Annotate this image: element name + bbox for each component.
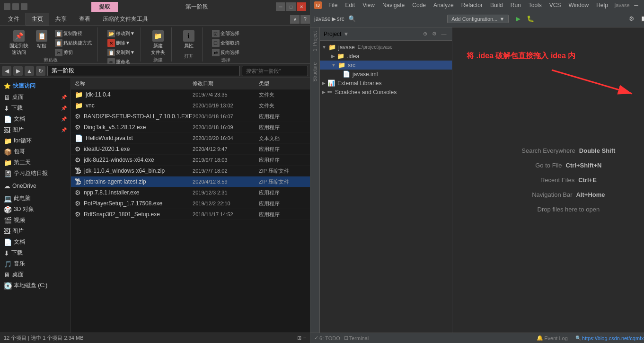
toolbar-btn1[interactable]: ⚙ [626,13,637,25]
file-row[interactable]: 📁 jdk-11.0.4 2019/7/4 23:35 文件夹 [71,89,310,100]
sidebar-item-baoge[interactable]: 📦 包哥 [0,146,71,157]
ribbon-collapse-button[interactable]: ∧ [290,15,300,24]
add-configuration-button[interactable]: Add Configuration... ▼ [447,15,509,23]
toolbar-btn2[interactable]: 🔲 [638,13,644,25]
maximize-button[interactable]: □ [286,2,296,11]
sidebar-item-day3[interactable]: 📁 第三天 [0,157,71,168]
file-row[interactable]: ⚙ PotPlayerSetup_1.7.17508.exe 2019/12/2… [71,198,310,209]
move-to-button[interactable]: 📂 移动到▼ [106,29,137,38]
sidebar-item-docs[interactable]: 📄 文档 📌 [0,114,71,124]
terminal-button[interactable]: ⊡ Terminal [344,335,369,341]
menu-view[interactable]: View [360,1,378,9]
search-input[interactable] [242,66,308,76]
txt-icon: 📄 [75,134,83,142]
menu-tools[interactable]: Tools [526,1,545,9]
sidebar-item-forloop[interactable]: 📁 for循环 [0,135,71,146]
menu-analyze[interactable]: Analyze [431,1,457,9]
sidebar-item-cdrive[interactable]: 💽 本地磁盘 (C:) [0,280,71,291]
menu-refactor[interactable]: Refactor [459,1,485,9]
menu-help[interactable]: Help [593,1,611,9]
file-row[interactable]: ⚙ idealU-2020.1.exe 2020/4/12 9:47 应用程序 [71,144,310,155]
event-log-button[interactable]: 🔔 Event Log [537,335,568,341]
delete-button[interactable]: ✕ 删除▼ [106,39,132,47]
ribbon-tab-home[interactable]: 主页 [26,13,49,26]
select-none-button[interactable]: ☐ 全部取消 [210,39,241,47]
panel-btn-collapse[interactable]: — [440,30,448,38]
file-row[interactable]: 🗜 jdk-11.0.4_windows-x64_bin.zip 2019/7/… [71,166,310,176]
cut-button[interactable]: ✂ 剪切 [53,48,94,57]
debug-button[interactable]: 🐛 [525,13,536,25]
pin-to-quickaccess-button[interactable]: 📌 固定到快速访问 [8,29,30,57]
paste-shortcut-button[interactable]: 📋 粘贴快捷方式 [53,39,94,47]
paste-button[interactable]: 📋 粘贴 [32,29,51,50]
tree-item-iml[interactable]: 📄 javase.iml [320,70,452,79]
ribbon-tab-compress[interactable]: 压缩的文件夹工具 [97,13,154,26]
copy-path-button[interactable]: 📋 复制路径 [53,29,94,38]
invert-selection-button[interactable]: ⇄ 反向选择 [210,48,241,57]
menu-window[interactable]: Window [565,1,591,9]
file-row[interactable]: ⚙ RdfSnap302_1801_Setup.exe 2018/11/17 1… [71,209,310,220]
copy-to-button[interactable]: 📋 复制到▼ [106,48,137,57]
tree-item-javase[interactable]: ▼ 📁 javase E:\project\javase [320,43,452,52]
idea-maximize[interactable]: □ [642,1,644,9]
menu-run[interactable]: Run [508,1,524,9]
file-row[interactable]: ⚙ BANDIZIP-SETUP-STD-ALL_7.10.0.1.EXE 20… [71,111,310,122]
sidebar-item-3dobjects[interactable]: 🎲 3D 对象 [0,204,71,215]
sidebar-item-desktop[interactable]: 🖥 桌面 📌 [0,92,71,103]
forward-button[interactable]: ▶ [13,66,23,76]
menu-code[interactable]: Code [409,1,429,9]
sidebar-item-onedrive[interactable]: ☁ OneDrive [0,181,71,191]
structure-panel-toggle[interactable]: Structure [312,61,318,84]
file-row[interactable]: ⚙ DingTalk_v5.1.28.12.exe 2020/10/18 16:… [71,122,310,133]
file-row[interactable]: 📁 vnc 2020/10/19 13:02 文件夹 [71,100,310,111]
project-panel-toggle[interactable]: 1: Project [312,29,318,53]
view-list-icon[interactable]: ≡ [303,335,306,341]
properties-button[interactable]: ℹ 属性 [179,29,198,50]
minimize-button[interactable]: ─ [276,2,285,11]
sidebar-item-thispc[interactable]: 💻 此电脑 [0,193,71,204]
up-button[interactable]: ▲ [25,66,34,76]
tree-item-scratches[interactable]: ▶ ✏ Scratches and Consoles [320,88,452,97]
menu-vcs[interactable]: VCS [547,1,564,9]
address-input[interactable] [47,66,240,76]
ribbon-tab-share[interactable]: 共享 [49,13,73,26]
idea-minimize[interactable]: ─ [632,1,641,9]
bottom-search-icon[interactable]: 🔍 [575,335,581,341]
ribbon-tab-file[interactable]: 文件 [2,13,26,26]
file-row[interactable]: ⚙ npp.7.8.1.Installer.exe 2019/12/3 2:31… [71,187,310,198]
tree-item-idea[interactable]: ▶ 📁 .idea [320,52,452,61]
sidebar-quick-access[interactable]: ⭐ 快速访问 [0,80,71,92]
sidebar-item-downloads[interactable]: ⬇ 下载 📌 [0,103,71,114]
panel-btn-settings[interactable]: ⚙ [430,30,439,38]
view-large-icon[interactable]: ⊞ [297,335,301,341]
run-button[interactable]: ▶ [512,13,524,25]
menu-build[interactable]: Build [487,1,506,9]
sidebar-item-desktop2[interactable]: 🖥 桌面 [0,269,71,280]
select-all-button[interactable]: ☑ 全部选择 [210,29,241,38]
file-row[interactable]: ⚙ jdk-8u221-windows-x64.exe 2019/9/7 18:… [71,155,310,166]
refresh-button[interactable]: ↻ [36,66,45,76]
sidebar-item-docs2[interactable]: 📄 文档 [0,237,71,247]
sidebar-item-studynotes[interactable]: 📓 学习总结日报 [0,168,71,179]
ribbon-tab-view[interactable]: 查看 [73,13,97,26]
menu-edit[interactable]: Edit [342,1,358,9]
toolbar-search-btn[interactable]: 🔍 [346,13,358,25]
sidebar-item-pictures[interactable]: 🖼 图片 📌 [0,124,71,135]
sidebar-item-videos[interactable]: 🎬 视频 [0,215,71,226]
back-button[interactable]: ◀ [2,66,11,76]
close-button[interactable]: ✕ [297,2,306,11]
new-folder-button[interactable]: 📁 新建文件夹 [149,29,168,57]
menu-file[interactable]: File [326,1,340,9]
panel-btn-sync[interactable]: ⊕ [421,30,429,38]
ribbon-help-button[interactable]: ? [300,15,310,24]
sidebar-item-music[interactable]: 🎵 音乐 [0,258,71,269]
file-type: ZIP 压缩文件 [259,167,306,175]
tree-item-external-libs[interactable]: ▶ 📊 External Libraries [320,79,452,88]
file-row-selected[interactable]: 🗜 jetbrains-agent-latest.zip 2020/4/12 8… [71,176,310,187]
tree-item-src[interactable]: ▼ 📁 src [320,61,452,70]
menu-navigate[interactable]: Navigate [379,1,407,9]
file-row[interactable]: 📄 HelloWorld.java.txt 2020/10/20 16:04 文… [71,133,310,144]
sidebar-item-pictures2[interactable]: 🖼 图片 [0,226,71,237]
sidebar-item-downloads2[interactable]: ⬇ 下载 [0,247,71,258]
todo-button[interactable]: ✓ 6: TODO [314,335,340,341]
